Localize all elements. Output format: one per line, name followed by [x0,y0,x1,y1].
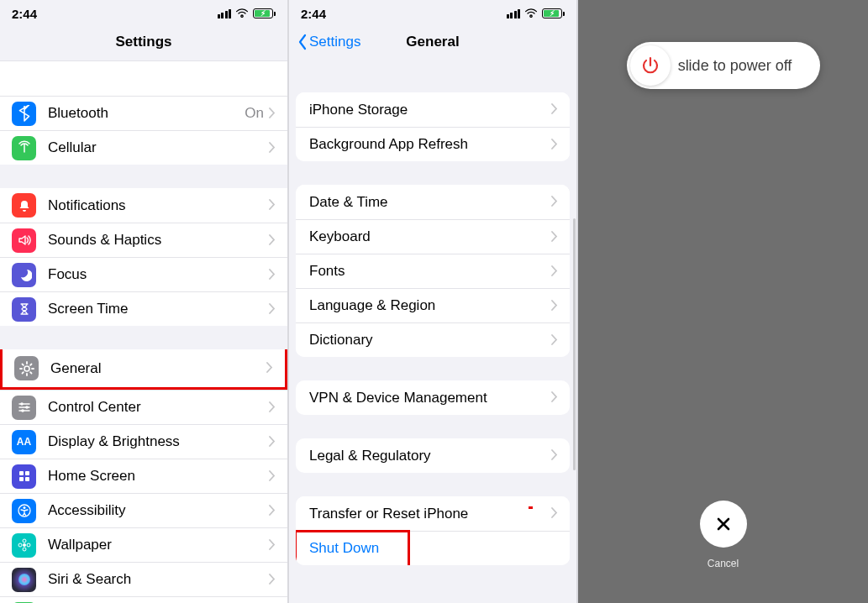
row-fonts[interactable]: Fonts [296,254,570,288]
svg-rect-4 [19,471,24,475]
settings-group: Date & Time Keyboard Fonts Language & Re… [296,185,570,357]
chevron-right-icon [551,447,558,464]
chevron-right-icon [266,359,273,377]
row-screentime[interactable]: Screen Time [0,291,287,326]
svg-rect-5 [25,471,29,475]
svg-point-2 [25,406,29,409]
back-button[interactable]: Settings [297,34,360,50]
row-label: Transfer or Reset iPhone [309,506,551,522]
row-label: Siri & Search [48,571,269,588]
chevron-right-icon [551,332,558,349]
row-label: Shut Down [309,540,558,557]
chevron-right-icon [269,571,276,589]
close-icon [714,515,733,533]
chevron-right-icon [269,266,276,284]
row-background-refresh[interactable]: Background App Refresh [296,127,570,161]
row-label: iPhone Storage [309,102,551,118]
svg-point-13 [18,543,22,547]
row-keyboard[interactable]: Keyboard [296,219,570,254]
row-detail: On [245,105,264,122]
row-label: Notifications [48,197,269,214]
bluetooth-icon [12,102,36,126]
row-label: Wallpaper [48,537,269,553]
cellular-signal-icon [218,9,232,18]
settings-row-divider [0,61,287,96]
page-title: General [406,34,459,50]
slide-label: slide to power off [671,57,817,75]
cancel-label: Cancel [708,558,739,569]
row-label: VPN & Device Management [309,390,551,406]
row-home-screen[interactable]: Home Screen [0,459,287,493]
settings-group: Transfer or Reset iPhone Shut Down [296,496,570,565]
annotation-dot [529,506,533,509]
row-legal[interactable]: Legal & Regulatory [296,438,570,473]
row-notifications[interactable]: Notifications [0,188,287,223]
row-transfer-reset[interactable]: Transfer or Reset iPhone [296,496,570,531]
row-faceid[interactable]: Face ID & Passcode [0,596,287,603]
row-dictionary[interactable]: Dictionary [296,322,570,357]
row-label: Bluetooth [48,105,245,122]
chevron-right-icon [551,136,558,154]
row-label: Display & Brightness [48,433,269,450]
status-time: 2:44 [12,7,37,21]
row-label: Legal & Regulatory [309,448,551,464]
cellular-signal-icon [507,9,521,18]
svg-point-0 [24,366,29,371]
chevron-right-icon [269,232,276,249]
row-siri[interactable]: Siri & Search [0,562,287,596]
row-vpn[interactable]: VPN & Device Management [296,380,570,415]
row-sounds[interactable]: Sounds & Haptics [0,223,287,257]
row-language-region[interactable]: Language & Region [296,288,570,322]
grid-icon [12,464,36,489]
row-label: Fonts [309,263,551,280]
row-label: Control Center [48,399,269,416]
status-bar: 2:44 ⚡︎ [0,0,287,24]
cancel-button[interactable] [700,501,747,548]
general-list[interactable]: iPhone Storage Background App Refresh Da… [289,60,576,603]
status-time: 2:44 [301,7,326,21]
row-label: Keyboard [309,228,551,245]
page-title: Settings [115,34,171,50]
row-focus[interactable]: Focus [0,257,287,291]
row-bluetooth[interactable]: Bluetooth On [0,96,287,130]
row-label: Dictionary [309,332,551,349]
row-control-center[interactable]: Control Center [0,390,287,424]
bell-icon [12,193,36,218]
row-label: Date & Time [309,194,551,211]
svg-point-9 [23,506,25,509]
chevron-right-icon [269,502,276,520]
speaker-icon [12,228,36,253]
svg-rect-6 [19,477,24,481]
row-label: Language & Region [309,297,551,314]
row-cellular[interactable]: Cellular [0,130,287,165]
row-date-time[interactable]: Date & Time [296,185,570,219]
row-display[interactable]: AA Display & Brightness [0,424,287,459]
row-label: Background App Refresh [309,136,551,153]
row-label: Focus [48,266,269,283]
settings-group: Legal & Regulatory [296,438,570,473]
scrollbar[interactable] [573,218,576,470]
row-iphone-storage[interactable]: iPhone Storage [296,92,570,127]
row-shut-down[interactable]: Shut Down [296,531,570,565]
power-knob[interactable] [630,45,671,86]
chevron-right-icon [269,537,276,554]
row-general[interactable]: General [0,349,287,390]
nav-bar: Settings [0,24,287,60]
gear-icon [14,356,39,380]
row-wallpaper[interactable]: Wallpaper [0,527,287,562]
chevron-right-icon [269,197,276,214]
row-accessibility[interactable]: Accessibility [0,493,287,527]
chevron-right-icon [551,263,558,281]
power-icon [640,55,660,76]
row-label: Sounds & Haptics [48,232,269,249]
hourglass-icon [12,297,36,322]
chevron-right-icon [551,101,558,118]
battery-icon: ⚡︎ [542,8,565,18]
chevron-right-icon [269,105,276,123]
wifi-icon [235,7,249,21]
svg-point-1 [20,402,24,406]
sliders-icon [12,396,36,420]
slide-to-power-off[interactable]: slide to power off [627,42,820,89]
svg-point-3 [21,409,24,412]
settings-list[interactable]: Bluetooth On Cellular Notifications Soun… [0,60,287,603]
